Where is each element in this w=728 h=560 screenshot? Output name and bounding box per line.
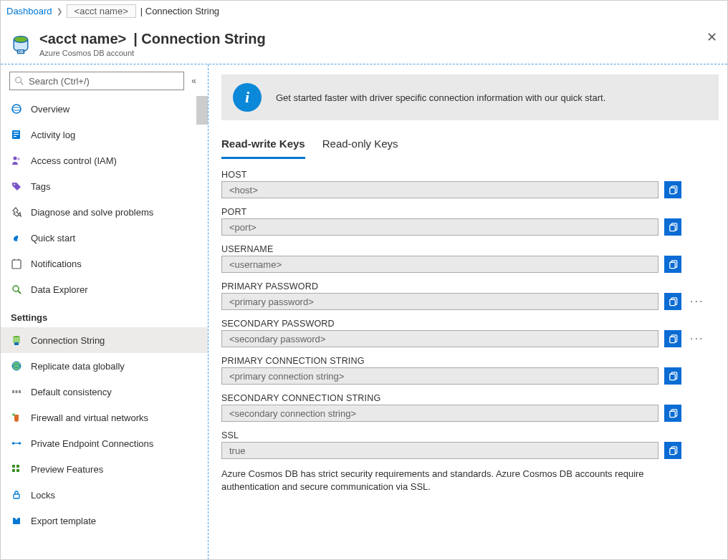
sidebar-item-label: Data Explorer	[31, 284, 87, 295]
private-endpoint-icon	[11, 438, 22, 449]
quick-start-icon	[11, 232, 22, 243]
field-label: PORT	[221, 207, 719, 217]
sidebar-item-overview[interactable]: Overview	[1, 96, 208, 122]
sidebar-item-locks[interactable]: Locks	[1, 482, 208, 508]
sidebar-item-label: Tags	[31, 181, 50, 192]
connection-string-icon	[11, 334, 22, 346]
sidebar-item-label: Firewall and virtual networks	[31, 412, 148, 423]
field-value[interactable]: <port>	[221, 218, 658, 236]
copy-button[interactable]	[664, 367, 681, 385]
sidebar-item-consistency[interactable]: Default consistency	[1, 379, 208, 405]
page-title: | Connection String	[133, 31, 265, 47]
svg-rect-22	[12, 390, 14, 393]
copy-button[interactable]	[664, 442, 681, 459]
svg-rect-30	[16, 465, 19, 468]
sidebar-item-data-explorer[interactable]: Data Explorer	[1, 276, 208, 302]
field-value[interactable]: <secondary connection string>	[221, 405, 658, 422]
close-icon[interactable]: ✕	[707, 31, 717, 44]
copy-button[interactable]	[664, 181, 681, 198]
sidebar-item-replicate[interactable]: Replicate data globally	[1, 353, 208, 379]
svg-rect-31	[12, 469, 15, 472]
overview-icon	[11, 103, 22, 115]
scrollbar[interactable]	[196, 96, 208, 125]
sidebar-item-export-template[interactable]: Export template	[1, 508, 208, 534]
settings-list: Connection String Replicate data globall…	[1, 327, 208, 534]
search-placeholder: Search (Ctrl+/)	[29, 76, 90, 87]
svg-text:DB: DB	[18, 49, 24, 54]
field-label: PRIMARY CONNECTION STRING	[221, 356, 719, 366]
sidebar-item-private-endpoint[interactable]: Private Endpoint Connections	[1, 430, 208, 456]
more-button[interactable]: ···	[687, 332, 707, 345]
diagnose-icon	[11, 206, 22, 218]
field-group: SECONDARY PASSWORD<secondary password>··…	[221, 319, 719, 347]
breadcrumb-account[interactable]: <acct name>	[67, 4, 136, 18]
field-value[interactable]: <secondary password>	[221, 330, 658, 347]
sidebar-item-preview-features[interactable]: Preview Features	[1, 456, 208, 482]
info-banner: i Get started faster with driver specifi…	[221, 74, 719, 120]
sidebar-item-access-control[interactable]: Access control (IAM)	[1, 148, 208, 173]
sidebar-item-label: Notifications	[31, 259, 82, 269]
breadcrumb-page: | Connection String	[140, 6, 219, 16]
copy-button[interactable]	[664, 256, 681, 273]
sidebar-item-activity-log[interactable]: Activity log	[1, 122, 208, 148]
field-label: USERNAME	[221, 244, 719, 254]
sidebar-item-notifications[interactable]: Notifications	[1, 251, 208, 276]
field-value[interactable]: true	[221, 442, 658, 459]
field-value[interactable]: <username>	[221, 256, 658, 273]
field-value[interactable]: <primary password>	[221, 293, 658, 310]
copy-button[interactable]	[664, 218, 681, 236]
svg-rect-9	[14, 134, 19, 135]
svg-line-4	[21, 82, 24, 85]
firewall-icon	[11, 412, 22, 423]
svg-rect-41	[669, 411, 675, 417]
security-note: Azure Cosmos DB has strict security requ…	[221, 468, 694, 493]
nav-list: Overview Activity log Access control (IA…	[1, 96, 208, 302]
key-tabs: Read-write Keys Read-only Keys	[221, 133, 719, 160]
preview-features-icon	[11, 463, 22, 475]
svg-rect-42	[669, 448, 675, 454]
field-label: SECONDARY CONNECTION STRING	[221, 393, 719, 403]
activity-log-icon	[11, 129, 22, 140]
consistency-icon	[11, 386, 22, 397]
copy-button[interactable]	[664, 330, 681, 347]
sidebar-item-quick-start[interactable]: Quick start	[1, 225, 208, 251]
field-label: HOST	[221, 170, 719, 180]
svg-point-13	[14, 184, 15, 185]
export-template-icon	[11, 515, 22, 526]
collapse-sidebar-button[interactable]: «	[188, 74, 199, 87]
svg-rect-32	[16, 469, 19, 472]
search-input[interactable]: Search (Ctrl+/)	[9, 72, 184, 90]
tab-read-only-keys[interactable]: Read-only Keys	[322, 133, 398, 159]
more-button[interactable]: ···	[687, 295, 707, 308]
svg-rect-35	[669, 188, 675, 193]
sidebar-item-tags[interactable]: Tags	[1, 173, 208, 199]
sidebar-item-label: Export template	[31, 516, 96, 526]
banner-text: Get started faster with driver specific …	[276, 92, 605, 103]
breadcrumb: Dashboard ❯ <acct name> | Connection Str…	[1, 1, 727, 21]
resource-type-label: Azure Cosmos DB account	[39, 49, 266, 57]
sidebar-item-connection-string[interactable]: Connection String	[1, 327, 208, 353]
field-value[interactable]: <primary connection string>	[221, 367, 658, 385]
field-group: PRIMARY PASSWORD<primary password>···	[221, 281, 719, 310]
breadcrumb-dashboard[interactable]: Dashboard	[6, 6, 52, 16]
tab-read-write-keys[interactable]: Read-write Keys	[221, 133, 305, 159]
svg-rect-24	[19, 390, 21, 393]
content: i Get started faster with driver specifi…	[209, 64, 727, 560]
svg-point-17	[13, 286, 19, 291]
copy-button[interactable]	[664, 405, 681, 422]
field-group: SECONDARY CONNECTION STRING<secondary co…	[221, 393, 719, 422]
copy-button[interactable]	[664, 293, 681, 310]
sidebar-item-diagnose[interactable]: Diagnose and solve problems	[1, 199, 208, 225]
sidebar: Search (Ctrl+/) « Overview Activity log …	[1, 64, 209, 560]
sidebar-item-label: Private Endpoint Connections	[31, 438, 153, 449]
info-icon: i	[233, 83, 262, 112]
search-icon	[14, 76, 24, 86]
svg-rect-40	[669, 374, 675, 380]
sidebar-item-label: Locks	[31, 490, 55, 501]
field-group: PORT<port>	[221, 207, 719, 236]
field-value[interactable]: <host>	[221, 181, 658, 198]
sidebar-item-firewall[interactable]: Firewall and virtual networks	[1, 405, 208, 430]
svg-point-11	[14, 157, 17, 160]
field-label: PRIMARY PASSWORD	[221, 281, 719, 291]
tags-icon	[11, 180, 22, 192]
